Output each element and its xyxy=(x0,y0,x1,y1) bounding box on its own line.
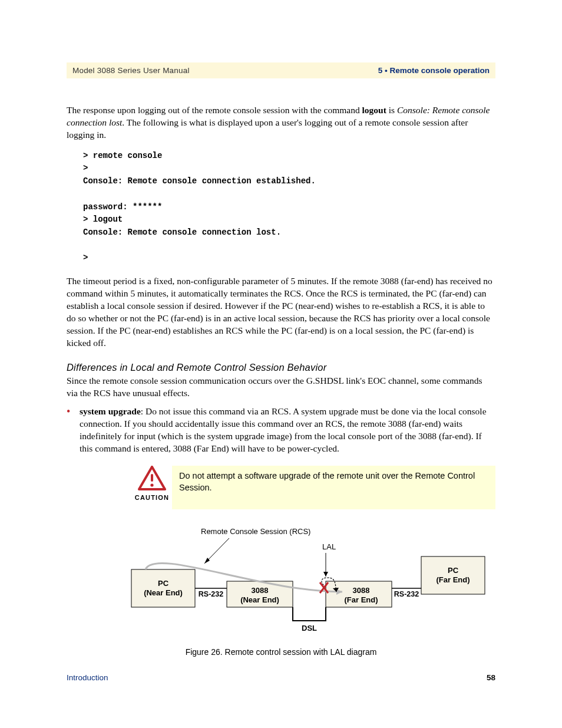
section-heading: Differences in Local and Remote Control … xyxy=(67,362,495,373)
pc-near-l2: (Near End) xyxy=(144,588,183,597)
footer-section: Introduction xyxy=(67,673,108,682)
footer: Introduction 58 xyxy=(67,673,495,682)
eoc-paragraph: Since the remote console session communi… xyxy=(67,375,495,400)
bullet-lead: system upgrade xyxy=(80,406,141,416)
caution-icon-col: CAUTION xyxy=(134,466,170,501)
pc-far-l1: PC xyxy=(448,566,459,575)
rcs-label: Remote Console Session (RCS) xyxy=(201,527,310,536)
text: is xyxy=(386,105,397,115)
lal-diagram: Remote Console Session (RCS) LAL PC (Nea… xyxy=(67,523,495,641)
caution-block: CAUTION Do not attempt a software upgrad… xyxy=(134,466,495,509)
bullet-item: • system upgrade: Do not issue this comm… xyxy=(67,406,495,455)
bullet-icon: • xyxy=(67,406,80,455)
intro-paragraph: The response upon logging out of the rem… xyxy=(67,104,495,141)
dsl-label: DSL xyxy=(302,624,317,633)
n3088-l2: (Near End) xyxy=(240,595,279,604)
f3088-l1: 3088 xyxy=(353,586,370,595)
caution-label: CAUTION xyxy=(134,494,170,501)
page-number: 58 xyxy=(487,673,495,682)
n3088-l1: 3088 xyxy=(252,586,269,595)
page: Model 3088 Series User Manual 5 • Remote… xyxy=(0,0,562,728)
text: The response upon logging out of the rem… xyxy=(67,105,362,115)
pc-far-l2: (Far End) xyxy=(436,575,470,584)
header-right: 5 • Remote console operation xyxy=(378,66,490,75)
rs232-right: RS-232 xyxy=(394,590,419,598)
svg-marker-16 xyxy=(323,572,328,577)
pc-near-l1: PC xyxy=(158,579,169,588)
header-left: Model 3088 Series User Manual xyxy=(72,66,190,75)
f3088-l2: (Far End) xyxy=(344,595,378,604)
logout-command: logout xyxy=(362,105,386,115)
lal-label: LAL xyxy=(322,542,336,551)
console-output: > remote console > Console: Remote conso… xyxy=(83,150,495,265)
figure-caption: Figure 26. Remote control session with L… xyxy=(67,647,495,657)
svg-rect-1 xyxy=(151,474,153,482)
caution-text: Do not attempt a software upgrade of the… xyxy=(172,466,495,509)
text: . The following is what is displayed upo… xyxy=(67,117,468,140)
bullet-body: : Do not issue this command via an RCS. … xyxy=(80,406,487,453)
bullet-text: system upgrade: Do not issue this comman… xyxy=(80,406,495,455)
caution-triangle-icon xyxy=(138,466,166,490)
timeout-paragraph: The timeout period is a fixed, non-confi… xyxy=(67,275,495,350)
header-bar: Model 3088 Series User Manual 5 • Remote… xyxy=(67,62,495,78)
rs232-left: RS-232 xyxy=(199,590,223,598)
figure: Remote Console Session (RCS) LAL PC (Nea… xyxy=(67,523,495,657)
svg-point-2 xyxy=(150,483,153,486)
